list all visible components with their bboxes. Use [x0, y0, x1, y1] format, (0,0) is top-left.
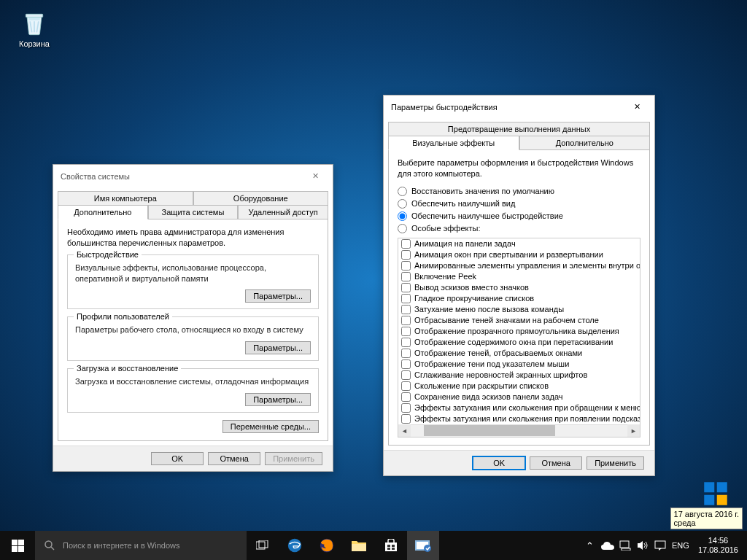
windows-logo-icon [12, 540, 24, 552]
language-indicator[interactable]: ENG [669, 531, 692, 560]
svg-point-19 [424, 545, 431, 552]
effect-checkbox[interactable] [401, 414, 411, 424]
tray-chevron-up-icon[interactable]: ⌃ [581, 531, 599, 560]
profiles-settings-button[interactable]: Параметры... [245, 341, 311, 354]
svg-rect-16 [392, 548, 395, 550]
effect-checkbox[interactable] [401, 250, 411, 260]
tab-system-protection[interactable]: Защита системы [148, 205, 239, 219]
svg-rect-4 [717, 495, 727, 505]
apply-button[interactable]: Применить [265, 452, 322, 465]
tab-advanced[interactable]: Дополнительно [519, 136, 651, 149]
search-icon [44, 540, 55, 551]
cancel-button[interactable]: Отмена [530, 456, 582, 470]
effect-item[interactable]: Эффекты затухания или скольжения при обр… [398, 402, 640, 413]
effect-checkbox[interactable] [401, 370, 411, 380]
effect-checkbox[interactable] [401, 305, 411, 314]
effect-label: Отображение прозрачного прямоугольника в… [414, 327, 619, 335]
edge-browser-button[interactable] [279, 531, 311, 560]
profiles-title: Профили пользователей [74, 312, 172, 321]
effect-item[interactable]: Отображение содержимого окна при перетас… [398, 337, 640, 348]
startup-settings-button[interactable]: Параметры... [245, 393, 311, 406]
system-properties-dialog: Свойства системы ✕ Имя компьютера Оборуд… [53, 164, 333, 472]
effects-list[interactable]: Анимация на панели задачАнимация окон пр… [398, 238, 640, 438]
effect-checkbox[interactable] [401, 294, 411, 303]
task-icons [247, 531, 439, 560]
effect-item[interactable]: Отбрасывание теней значками на рабочем с… [398, 315, 640, 326]
effect-checkbox[interactable] [401, 239, 411, 249]
assistant-glyph [700, 478, 731, 509]
svg-rect-12 [385, 542, 397, 551]
svg-rect-14 [392, 545, 395, 547]
radio-defaults[interactable]: Восстановить значения по умолчанию [398, 185, 640, 198]
radio-custom[interactable]: Особые эффекты: [398, 222, 640, 235]
scroll-left-icon[interactable]: ◄ [398, 424, 411, 437]
firefox-button[interactable] [311, 531, 343, 560]
performance-settings-button[interactable]: Параметры... [245, 289, 311, 303]
ok-button[interactable]: OK [151, 452, 204, 465]
close-icon[interactable]: ✕ [625, 100, 649, 114]
effect-item[interactable]: Отображение тени под указателем мыши [398, 359, 640, 370]
effect-item[interactable]: Анимированные элементы управления и элем… [398, 260, 640, 271]
sysprops-titlebar[interactable]: Свойства системы ✕ [53, 165, 333, 188]
onedrive-icon[interactable] [599, 531, 616, 560]
taskbar: Поиск в интернете и в Windows ⌃ ENG 14:5… [0, 531, 747, 560]
store-button[interactable] [375, 531, 407, 560]
tab-hardware[interactable]: Оборудование [193, 191, 329, 205]
startup-group: Загрузка и восстановление Загрузка и вос… [67, 368, 319, 413]
scroll-thumb[interactable] [424, 425, 555, 436]
effect-item[interactable]: Отображение теней, отбрасываемых окнами [398, 348, 640, 359]
perfopts-instr: Выберите параметры оформления и быстроде… [398, 158, 640, 179]
clock[interactable]: 14:56 17.08.2016 [692, 536, 744, 555]
effect-item[interactable]: Сохранение вида эскизов панели задач [398, 392, 640, 402]
effect-checkbox[interactable] [401, 359, 411, 369]
effect-item[interactable]: Эффекты затухания или скольжения при поя… [398, 413, 640, 424]
effect-checkbox[interactable] [401, 338, 411, 347]
search-box[interactable]: Поиск в интернете и в Windows [35, 531, 247, 560]
effect-label: Скольжение при раскрытии списков [414, 381, 549, 390]
effect-label: Эффекты затухания или скольжения при поя… [414, 414, 640, 423]
effect-checkbox[interactable] [401, 316, 411, 325]
effect-item[interactable]: Затухание меню после вызова команды [398, 304, 640, 315]
scroll-right-icon[interactable]: ► [627, 424, 640, 437]
radio-best-performance[interactable]: Обеспечить наилучшее быстродействие [398, 210, 640, 222]
start-button[interactable] [0, 531, 35, 560]
effect-item[interactable]: Гладкое прокручивание списков [398, 293, 640, 304]
tab-remote[interactable]: Удаленный доступ [238, 205, 328, 219]
env-vars-button[interactable]: Переменные среды... [222, 420, 319, 433]
horizontal-scrollbar[interactable]: ◄ ► [398, 424, 640, 437]
effect-checkbox[interactable] [401, 261, 411, 271]
tab-advanced[interactable]: Дополнительно [58, 205, 148, 219]
cancel-button[interactable]: Отмена [208, 452, 260, 465]
perfopts-titlebar[interactable]: Параметры быстродействия ✕ [384, 96, 654, 119]
close-icon[interactable]: ✕ [303, 169, 327, 184]
active-app-button[interactable] [407, 531, 439, 560]
effect-item[interactable]: Анимация окон при свертывании и разверты… [398, 249, 640, 260]
effect-checkbox[interactable] [401, 349, 411, 358]
svg-rect-11 [352, 544, 366, 551]
effect-item[interactable]: Отображение прозрачного прямоугольника в… [398, 326, 640, 337]
action-center-icon[interactable] [651, 531, 669, 560]
task-view-button[interactable] [247, 531, 279, 560]
effect-item[interactable]: Включение Peek [398, 271, 640, 282]
tab-computer-name[interactable]: Имя компьютера [58, 191, 193, 205]
effect-checkbox[interactable] [401, 283, 411, 292]
effect-checkbox[interactable] [401, 381, 411, 391]
tab-visual-effects[interactable]: Визуальные эффекты [388, 136, 519, 150]
tab-dep[interactable]: Предотвращение выполнения данных [388, 122, 650, 136]
effect-item[interactable]: Анимация на панели задач [398, 238, 640, 249]
file-explorer-button[interactable] [343, 531, 375, 560]
effect-item[interactable]: Сглаживание неровностей экранных шрифтов [398, 370, 640, 381]
effect-item[interactable]: Вывод эскизов вместо значков [398, 282, 640, 293]
effect-checkbox[interactable] [401, 327, 411, 336]
effect-checkbox[interactable] [401, 392, 411, 402]
effect-checkbox[interactable] [401, 403, 411, 413]
effect-checkbox[interactable] [401, 272, 411, 281]
date-tooltip: 17 августа 2016 г. среда [670, 508, 743, 529]
volume-icon[interactable] [634, 531, 651, 560]
apply-button[interactable]: Применить [587, 456, 644, 470]
effect-item[interactable]: Скольжение при раскрытии списков [398, 381, 640, 392]
recycle-bin[interactable]: Корзина [9, 7, 60, 48]
network-icon[interactable] [616, 531, 634, 560]
radio-best-appearance[interactable]: Обеспечить наилучший вид [398, 198, 640, 210]
ok-button[interactable]: OK [473, 456, 525, 470]
